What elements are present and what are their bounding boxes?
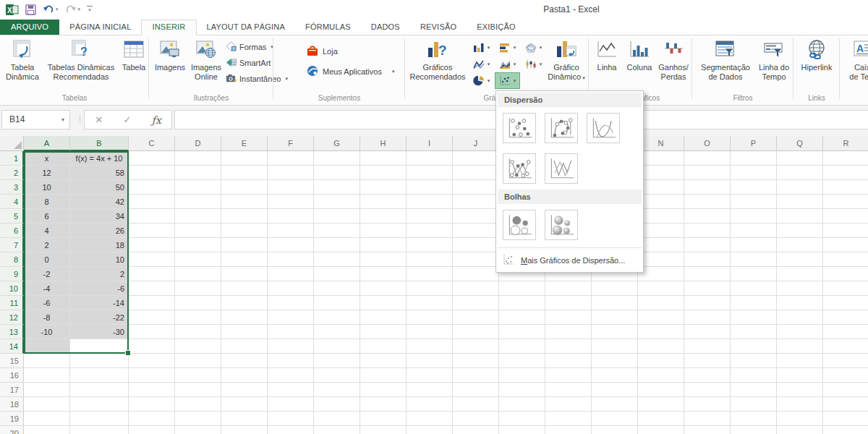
cell-G15[interactable] xyxy=(314,354,360,368)
tab-formulas[interactable]: FÓRMULAS xyxy=(295,20,361,35)
row-header-19[interactable]: 19 xyxy=(0,412,24,426)
cell-A15[interactable] xyxy=(24,354,70,368)
cell-K20[interactable] xyxy=(499,426,545,434)
cell-C18[interactable] xyxy=(129,397,175,412)
cell-I12[interactable] xyxy=(407,310,453,325)
cell-A2[interactable]: 12 xyxy=(24,166,70,180)
cell-P15[interactable] xyxy=(731,354,777,368)
cell-N19[interactable] xyxy=(638,412,684,426)
cell-J17[interactable] xyxy=(453,383,499,397)
cell-B10[interactable]: -6 xyxy=(70,281,129,296)
cell-B4[interactable]: 42 xyxy=(70,195,129,209)
row-header-1[interactable]: 1 xyxy=(0,151,24,166)
cell-K14[interactable] xyxy=(499,339,545,354)
cell-H15[interactable] xyxy=(360,354,407,368)
cell-J18[interactable] xyxy=(453,397,499,412)
cell-F16[interactable] xyxy=(268,368,314,383)
column-header-N[interactable]: N xyxy=(638,136,684,151)
row-header-4[interactable]: 4 xyxy=(0,195,24,209)
cell-R9[interactable] xyxy=(823,267,868,281)
insert-stock-surface-radar-chart-button[interactable]: ▾ xyxy=(521,39,546,56)
row-header-17[interactable]: 17 xyxy=(0,383,24,397)
cell-A12[interactable]: -8 xyxy=(24,310,70,325)
enter-icon[interactable]: ✓ xyxy=(123,114,131,125)
cell-O11[interactable] xyxy=(684,296,731,310)
cell-K19[interactable] xyxy=(499,412,545,426)
cell-L16[interactable] xyxy=(545,368,592,383)
cell-K17[interactable] xyxy=(499,383,545,397)
cell-R16[interactable] xyxy=(823,368,868,383)
cell-C8[interactable] xyxy=(129,252,175,267)
insert-pie-chart-button[interactable]: ▾ xyxy=(469,72,494,89)
cell-N7[interactable] xyxy=(638,238,684,252)
cell-D1[interactable] xyxy=(175,151,221,166)
cell-M14[interactable] xyxy=(592,339,638,354)
cell-F7[interactable] xyxy=(268,238,314,252)
cell-R14[interactable] xyxy=(823,339,868,354)
cell-B18[interactable] xyxy=(70,397,129,412)
cell-J3[interactable] xyxy=(453,180,499,195)
cell-G3[interactable] xyxy=(314,180,360,195)
cell-G1[interactable] xyxy=(314,151,360,166)
cell-L18[interactable] xyxy=(545,397,592,412)
cell-E5[interactable] xyxy=(221,209,268,224)
cell-L20[interactable] xyxy=(545,426,592,434)
cell-N11[interactable] xyxy=(638,296,684,310)
cell-I4[interactable] xyxy=(407,195,453,209)
cell-P5[interactable] xyxy=(731,209,777,224)
tabela-button[interactable]: Tabela xyxy=(119,37,149,72)
cell-P20[interactable] xyxy=(731,426,777,434)
cell-D8[interactable] xyxy=(175,252,221,267)
cell-I6[interactable] xyxy=(407,224,453,238)
cell-B2[interactable]: 58 xyxy=(70,166,129,180)
cell-F11[interactable] xyxy=(268,296,314,310)
cell-M20[interactable] xyxy=(592,426,638,434)
row-header-2[interactable]: 2 xyxy=(0,166,24,180)
row-header-8[interactable]: 8 xyxy=(0,252,24,267)
cell-B5[interactable]: 34 xyxy=(70,209,129,224)
cell-O5[interactable] xyxy=(684,209,731,224)
column-header-J[interactable]: J xyxy=(453,136,499,151)
cell-H19[interactable] xyxy=(360,412,407,426)
ganhos-perdas-button[interactable]: Ganhos/ Perdas xyxy=(657,37,690,82)
cell-F17[interactable] xyxy=(268,383,314,397)
chart-type-scatter-markers[interactable] xyxy=(503,113,536,143)
cell-K13[interactable] xyxy=(499,325,545,339)
column-header-A[interactable]: A xyxy=(24,136,70,151)
cell-H3[interactable] xyxy=(360,180,407,195)
grafico-dinamico-button[interactable]: Gráfico Dinâmico▾ xyxy=(545,37,587,82)
cell-H9[interactable] xyxy=(360,267,407,281)
cell-D10[interactable] xyxy=(175,281,221,296)
cell-M15[interactable] xyxy=(592,354,638,368)
cell-H20[interactable] xyxy=(360,426,407,434)
cell-F20[interactable] xyxy=(268,426,314,434)
cell-N5[interactable] xyxy=(638,209,684,224)
chart-type-scatter-straight[interactable] xyxy=(545,153,578,184)
cell-H6[interactable] xyxy=(360,224,407,238)
cell-D2[interactable] xyxy=(175,166,221,180)
cell-A19[interactable] xyxy=(24,412,70,426)
cell-J16[interactable] xyxy=(453,368,499,383)
cell-C20[interactable] xyxy=(129,426,175,434)
cell-B15[interactable] xyxy=(70,354,129,368)
cell-R17[interactable] xyxy=(823,383,868,397)
cell-Q10[interactable] xyxy=(777,281,823,296)
cell-B9[interactable]: 2 xyxy=(70,267,129,281)
cell-I9[interactable] xyxy=(407,267,453,281)
chart-type-scatter-smooth[interactable] xyxy=(587,113,620,143)
cell-E19[interactable] xyxy=(221,412,268,426)
cell-Q11[interactable] xyxy=(777,296,823,310)
cell-R1[interactable] xyxy=(823,151,868,166)
cell-A11[interactable]: -6 xyxy=(24,296,70,310)
cell-E2[interactable] xyxy=(221,166,268,180)
cell-G16[interactable] xyxy=(314,368,360,383)
cell-J4[interactable] xyxy=(453,195,499,209)
column-header-C[interactable]: C xyxy=(129,136,175,151)
cell-A8[interactable]: 0 xyxy=(24,252,70,267)
tab-pagina-inicial[interactable]: PÁGINA INICIAL xyxy=(59,20,141,35)
cell-R19[interactable] xyxy=(823,412,868,426)
tabelas-dinamicas-recomendadas-button[interactable]: ? Tabelas Dinâmicas Recomendadas xyxy=(43,37,119,82)
cell-C3[interactable] xyxy=(129,180,175,195)
cell-C4[interactable] xyxy=(129,195,175,209)
cell-B17[interactable] xyxy=(70,383,129,397)
